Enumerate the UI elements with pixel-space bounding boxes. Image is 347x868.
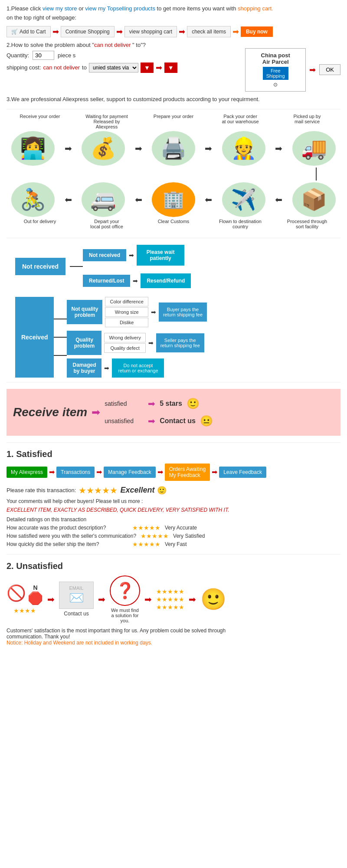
unsat-arrow4: ➡ — [189, 594, 196, 605]
process-row2-icons: 📦 ➡ ✈️ ➡ 🏢 ➡ 🚐 ➡ 🚴 — [7, 182, 340, 217]
steps-bar: My Aliexpress ➡ Transactions ➡ Manage Fe… — [7, 464, 340, 481]
smiley1: 🙂 — [187, 398, 200, 410]
unsat-question-group: ❓ We must finda solution foryou. — [110, 575, 140, 623]
process-row2-labels: Processed throughsort facility Flown to … — [7, 219, 340, 229]
not-quality-box: Not qualityproblem — [67, 300, 102, 324]
email-box: EMAIL ✉️ — [59, 582, 94, 609]
view-cart-btn[interactable]: view shopping cart — [124, 26, 177, 37]
step-arr1: ➡ — [49, 468, 55, 476]
icon-payment: 💰 — [82, 131, 125, 166]
unsat-arrow1: ➡ — [47, 594, 55, 605]
satisfied-title: 1. Satisfied — [7, 449, 340, 459]
unsatisfied-title: 2. Unsatisfied — [7, 561, 340, 571]
label-prepare: Prepare your order — [150, 114, 197, 129]
vert-connector — [7, 168, 340, 181]
not-received-section: Not received Not received ➡ Please waitp… — [15, 245, 340, 288]
received-box: Received — [15, 297, 54, 378]
smiley2: 😐 — [200, 415, 213, 427]
icon-sort: 📦 — [292, 182, 336, 217]
icon-pack: 👷 — [222, 131, 265, 166]
satisfied-label: satisfied — [105, 400, 144, 407]
rec-branches: Not qualityproblem Color difference Wron… — [67, 297, 207, 378]
rec-branch3: Damagedby buyer ➡ Do not acceptreturn or… — [67, 358, 207, 378]
free-shipping-label: FreeShipping — [263, 67, 288, 80]
rec-container: Received Not qualityproblem Color differ… — [15, 297, 340, 378]
pink-row2: unsatisfied ➡ Contact us 😐 — [105, 415, 213, 427]
icon-receive: 👩‍💻 — [11, 131, 55, 166]
quantity-input[interactable] — [33, 51, 54, 60]
section2-inner: Quantity: piece s shipping cost: can not… — [7, 48, 340, 92]
notice-text1: Customers' satisfaction is the most impo… — [7, 628, 340, 640]
notice-section: Customers' satisfaction is the most impo… — [7, 628, 340, 646]
buyer-pays: Buyer pays thereturn shipping fee — [159, 302, 207, 322]
contact-us-text: Contact us — [160, 417, 196, 425]
pink-arrow2: ➡ — [148, 416, 155, 426]
section3: 3.We are professional Aliexpress seller,… — [7, 96, 340, 102]
label-sort: Processed throughsort facility — [283, 219, 331, 229]
china-post-area: China postAir Parcel FreeShipping ⊙ ➡ OK — [245, 48, 340, 92]
not-received-sub: Not received — [83, 249, 126, 261]
unsat-arrow2: ➡ — [98, 594, 105, 605]
quantity-label: Quantity: — [7, 52, 29, 59]
proc-arrow6: ➡ — [205, 194, 212, 205]
section1-text: 1.Please click view my store or view my … — [7, 4, 340, 13]
section2: 2.How to solve the problem about "can no… — [7, 42, 340, 92]
ratings-row3: How quickly did the seller ship the item… — [7, 541, 340, 548]
process-section: Receive your order Waiting for paymentRe… — [7, 114, 340, 229]
nr-result1: Please waitpatiently — [137, 245, 184, 266]
ok-button[interactable]: OK — [319, 64, 340, 75]
cart-bar: 🛒 Add to Cart ➡ Continue Shopping ➡ view… — [7, 26, 340, 37]
pink-row1: satisfied ➡ 5 stars 🙂 — [105, 398, 213, 410]
step-arr3: ➡ — [157, 468, 163, 476]
contact-us-label: Contact us — [64, 611, 88, 617]
buy-now-btn[interactable]: Buy now — [241, 26, 273, 37]
rate-label: Please rate this transaction: — [7, 487, 76, 493]
icon-prepare: 🖨️ — [152, 131, 195, 166]
check-items-btn[interactable]: check all items — [187, 26, 231, 37]
shipping-arrow1: ▼ — [141, 62, 154, 73]
branch2-subs: Wrong delivery Quality defect — [104, 333, 145, 353]
nr-branch-top: Not received ➡ Please waitpatiently Retu… — [70, 245, 191, 288]
icon-customs: 🏢 — [152, 182, 195, 217]
nr-hline1 — [70, 266, 83, 267]
branch1-subs: Color difference Wrong size Dislike — [105, 297, 148, 327]
proc-arrow4: ➡ — [275, 143, 282, 154]
rec-branch2: Qualityproblem Wrong delivery Quality de… — [67, 331, 207, 355]
step-arr2: ➡ — [96, 468, 102, 476]
china-post-box: China postAir Parcel FreeShipping ⊙ — [245, 48, 306, 92]
rec-branch1: Not qualityproblem Color difference Wron… — [67, 297, 207, 327]
nr-arrow2: ➡ — [133, 277, 138, 284]
nr-container: Not received Not received ➡ Please waitp… — [15, 245, 340, 288]
proc-arrow5: ➡ — [275, 194, 282, 205]
step-leave-feedback: Leave Feedback — [219, 467, 266, 478]
pink-arrow1: ➡ — [148, 398, 155, 409]
label-pack: Pack your orderat our warehouse — [216, 114, 264, 129]
ratings-row1: How accurate was the product description… — [7, 524, 340, 531]
nr-arrow1: ➡ — [129, 252, 134, 259]
rate-row: Please rate this transaction: ★★★★★ Exce… — [7, 485, 340, 496]
damaged-buyer-box: Damagedby buyer — [67, 358, 101, 378]
receive-item-text: Receive item — [13, 405, 87, 419]
section1-sub: on the top right of webpage: — [7, 13, 340, 23]
view-topselling-link[interactable]: view my Topselling products — [85, 5, 155, 12]
proc-arrow8: ➡ — [65, 194, 72, 205]
continue-shopping-btn[interactable]: Continue Shopping — [61, 26, 115, 37]
unsatisfied-section: 2. Unsatisfied 🚫 N 🛑 ★★★★ ➡ EMA — [7, 561, 340, 646]
quality-defect: Quality defect — [104, 343, 145, 353]
ratings-title: Detailed ratings on this transaction — [7, 516, 340, 523]
icon-pickup: 🚚 — [292, 131, 336, 166]
section3-text: 3.We are professional Aliexpress seller,… — [7, 96, 340, 102]
excellent-smiley: 🙂 — [157, 486, 167, 495]
nr-result2: Resend/Refund — [141, 273, 191, 288]
proc-arrow3: ➡ — [205, 143, 212, 154]
proc-arrow2: ➡ — [135, 143, 142, 154]
vert-line — [316, 168, 317, 181]
ratings-table: Detailed ratings on this transaction How… — [7, 516, 340, 548]
shipping-select[interactable]: unied states via — [89, 63, 138, 72]
add-to-cart-btn[interactable]: 🛒 Add to Cart — [7, 26, 51, 37]
solution-label: We must finda solution foryou. — [111, 608, 139, 623]
view-store-link[interactable]: view my store — [43, 5, 77, 12]
happy-smiley: 🙂 — [200, 587, 226, 612]
excellent-banner: EXCELLENT ITEM, EXACTLY AS DESCRIBED, QU… — [7, 507, 340, 513]
arrow2: ➡ — [116, 27, 123, 36]
